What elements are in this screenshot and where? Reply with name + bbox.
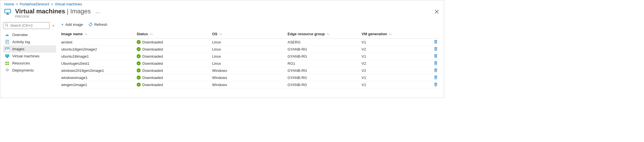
breadcrumb-device[interactable]: PortalAseDevice3 bbox=[20, 2, 49, 6]
cell-vm-generation: V2 bbox=[362, 68, 431, 73]
table-row[interactable]: Ubuntugen2test1DownloadedLinuxRG1V2 bbox=[61, 60, 440, 67]
column-header-gen[interactable]: VM generation↑↓ bbox=[362, 32, 431, 36]
sidebar-item-activity[interactable]: Activity log bbox=[3, 38, 56, 45]
svg-point-6 bbox=[5, 24, 8, 26]
svg-rect-15 bbox=[7, 57, 8, 57]
vm-icon bbox=[4, 9, 11, 16]
delete-button[interactable] bbox=[434, 68, 438, 73]
sidebar-item-label: Deployments bbox=[12, 68, 34, 72]
svg-rect-18 bbox=[7, 62, 9, 63]
cell-image-name: wingen1image1 bbox=[61, 83, 137, 87]
delete-button[interactable] bbox=[434, 75, 438, 80]
success-icon bbox=[137, 47, 141, 51]
refresh-button[interactable]: Refresh bbox=[89, 22, 107, 27]
breadcrumb-vms[interactable]: Virtual machines bbox=[55, 2, 82, 6]
cell-status: Downloaded bbox=[137, 47, 212, 51]
breadcrumb-home[interactable]: Home bbox=[4, 2, 14, 6]
cell-image-name: Ubuntugen2test1 bbox=[61, 61, 137, 66]
cell-image-name: arctest bbox=[61, 40, 137, 44]
resources-icon bbox=[5, 61, 9, 65]
vm-icon bbox=[5, 54, 9, 58]
cell-resource-group: GYANB-RG bbox=[288, 76, 362, 80]
svg-rect-2 bbox=[7, 13, 8, 14]
sidebar-item-images[interactable]: Images bbox=[3, 45, 56, 53]
add-image-button[interactable]: + Add image bbox=[61, 22, 83, 27]
cell-resource-group: GYANB-RG bbox=[288, 83, 362, 87]
cell-status: Downloaded bbox=[137, 54, 212, 59]
sidebar: « OverviewActivity logImagesVirtual mach… bbox=[0, 20, 57, 98]
sidebar-item-label: Virtual machines bbox=[12, 54, 40, 58]
svg-point-13 bbox=[6, 48, 7, 49]
delete-button[interactable] bbox=[434, 82, 438, 87]
table-row[interactable]: ubuntu18gen2image2DownloadedLinuxGYANB-R… bbox=[61, 46, 440, 53]
success-icon bbox=[137, 83, 141, 87]
search-input-wrapper[interactable] bbox=[3, 22, 50, 29]
cell-vm-generation: V2 bbox=[362, 47, 431, 51]
collapse-sidebar-button[interactable]: « bbox=[51, 24, 56, 28]
cell-status: Downloaded bbox=[137, 68, 212, 73]
sidebar-item-deployments[interactable]: Deployments bbox=[3, 67, 56, 74]
svg-rect-19 bbox=[5, 64, 7, 65]
svg-rect-14 bbox=[5, 55, 9, 57]
sidebar-item-label: Overview bbox=[12, 33, 28, 37]
cell-os: Linux bbox=[212, 47, 288, 51]
refresh-icon bbox=[89, 22, 93, 26]
cell-os: Linux bbox=[212, 54, 288, 59]
cell-vm-generation: V2 bbox=[362, 61, 431, 66]
chevron-right-icon: > bbox=[51, 2, 53, 6]
delete-button[interactable] bbox=[434, 61, 438, 66]
close-button[interactable] bbox=[435, 9, 439, 15]
cell-image-name: ubuntu18image1 bbox=[61, 54, 137, 59]
cell-resource-group: RG1 bbox=[288, 61, 362, 66]
delete-button[interactable] bbox=[434, 47, 438, 52]
cell-vm-generation: V1 bbox=[362, 40, 431, 44]
svg-rect-17 bbox=[5, 62, 7, 63]
cell-os: Linux bbox=[212, 40, 288, 44]
success-icon bbox=[137, 61, 141, 65]
svg-rect-3 bbox=[6, 14, 9, 14]
column-header-status[interactable]: Status↑↓ bbox=[137, 32, 212, 36]
cell-status: Downloaded bbox=[137, 83, 212, 87]
more-actions-button[interactable]: ⋯ bbox=[95, 9, 101, 16]
svg-rect-20 bbox=[7, 64, 9, 65]
column-header-os[interactable]: OS↑↓ bbox=[212, 32, 288, 36]
column-header-rg[interactable]: Edge resource group↑↓ bbox=[288, 32, 362, 36]
overview-icon bbox=[5, 34, 9, 36]
cell-os: Windows bbox=[212, 68, 288, 73]
delete-button[interactable] bbox=[434, 54, 438, 59]
cell-os: Linux bbox=[212, 61, 288, 66]
activity-icon bbox=[5, 40, 9, 44]
cell-resource-group: GYANB-RG bbox=[288, 68, 362, 73]
column-header-name[interactable]: Image name↑↓ bbox=[61, 32, 137, 36]
cell-image-name: ubuntu18gen2image2 bbox=[61, 47, 137, 51]
sort-icon: ↑↓ bbox=[327, 32, 329, 36]
toolbar: + Add image Refresh bbox=[61, 22, 440, 30]
success-icon bbox=[137, 40, 141, 44]
plus-icon: + bbox=[61, 22, 63, 27]
images-icon bbox=[5, 47, 9, 51]
cell-os: Windows bbox=[212, 76, 288, 80]
table-row[interactable]: windows2019gen2image1DownloadedWindowsGY… bbox=[61, 67, 440, 74]
sort-icon: ↑↓ bbox=[150, 32, 153, 36]
success-icon bbox=[137, 76, 141, 80]
blade-header: Virtual machines | Images PREVIEW ⋯ bbox=[0, 7, 444, 20]
cell-vm-generation: V1 bbox=[362, 76, 431, 80]
search-input[interactable] bbox=[10, 24, 48, 28]
preview-tag: PREVIEW bbox=[15, 15, 91, 18]
sort-icon: ↑↓ bbox=[219, 32, 222, 36]
sidebar-item-overview[interactable]: Overview bbox=[3, 31, 56, 38]
sort-icon: ↑↓ bbox=[84, 32, 87, 36]
cell-resource-group: ASERG bbox=[288, 40, 362, 44]
delete-button[interactable] bbox=[434, 40, 438, 45]
main-content: + Add image Refresh Image name↑↓ Status↑… bbox=[57, 20, 444, 98]
sidebar-item-label: Activity log bbox=[12, 40, 30, 44]
table-row[interactable]: wingen1image1DownloadedWindowsGYANB-RGV1 bbox=[61, 81, 440, 88]
table-row[interactable]: arctestDownloadedLinuxASERGV1 bbox=[61, 39, 440, 46]
images-table: Image name↑↓ Status↑↓ OS↑↓ Edge resource… bbox=[61, 30, 440, 88]
table-row[interactable]: windowsimage1DownloadedWindowsGYANB-RGV1 bbox=[61, 74, 440, 81]
sidebar-item-resources[interactable]: Resources bbox=[3, 60, 56, 67]
sidebar-item-vm[interactable]: Virtual machines bbox=[3, 53, 56, 60]
sort-icon: ↑↓ bbox=[389, 32, 392, 36]
sidebar-item-label: Resources bbox=[12, 61, 30, 65]
table-row[interactable]: ubuntu18image1DownloadedLinuxGYANB-RGV1 bbox=[61, 53, 440, 60]
